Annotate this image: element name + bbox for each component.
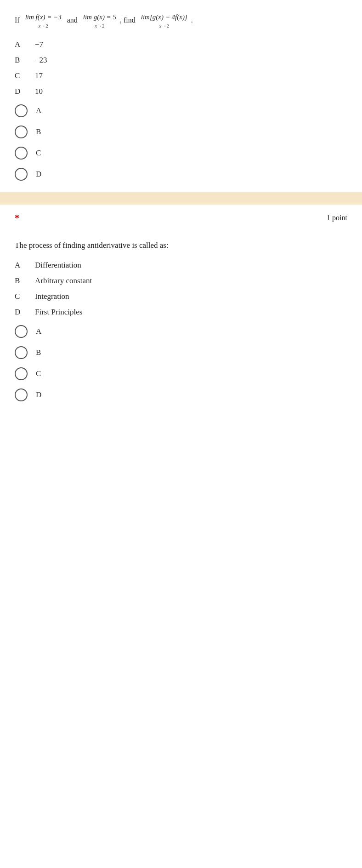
- radio-circle-1-d[interactable]: [15, 168, 28, 181]
- radio-label-1-d: D: [36, 170, 41, 179]
- radio-label-1-b: B: [36, 127, 41, 137]
- choice-2-value-d: First Principles: [35, 308, 82, 317]
- question-2-block: The process of finding antiderivative is…: [0, 228, 362, 401]
- choice-1-b: B −23: [15, 56, 347, 65]
- radio-option-1-a[interactable]: A: [15, 104, 347, 117]
- radio-circle-1-b[interactable]: [15, 126, 28, 138]
- radio-circle-2-c[interactable]: [15, 367, 28, 380]
- choice-2-letter-a: A: [15, 261, 35, 270]
- choice-2-d: D First Principles: [15, 308, 347, 317]
- radio-option-2-a[interactable]: A: [15, 325, 347, 338]
- radio-label-2-c: C: [36, 369, 41, 378]
- radio-option-1-b[interactable]: B: [15, 126, 347, 138]
- choice-2-value-a: Differentiation: [35, 261, 81, 270]
- radio-label-2-d: D: [36, 390, 41, 400]
- radio-label-1-a: A: [36, 106, 41, 115]
- choice-letter-a: A: [15, 40, 35, 49]
- section-divider: [0, 192, 362, 205]
- question-2-text: The process of finding antiderivative is…: [15, 239, 347, 251]
- choice-value-c: 17: [35, 71, 43, 80]
- radio-circle-1-c[interactable]: [15, 147, 28, 160]
- choice-value-b: −23: [35, 56, 47, 65]
- choice-2-letter-d: D: [15, 308, 35, 317]
- radio-circle-1-a[interactable]: [15, 104, 28, 117]
- radio-option-1-d[interactable]: D: [15, 168, 347, 181]
- choice-value-d: 10: [35, 87, 43, 96]
- choice-2-b: B Arbitrary constant: [15, 276, 347, 286]
- radio-label-1-c: C: [36, 148, 41, 158]
- radio-circle-2-d[interactable]: [15, 388, 28, 401]
- question-1-block: If lim f(x) = −3 x→2 and lim g(x) = 5 x→…: [0, 0, 362, 181]
- choice-1-d: D 10: [15, 87, 347, 96]
- question-2-meta: * 1 point: [0, 205, 362, 228]
- choice-2-c: C Integration: [15, 292, 347, 301]
- radio-label-2-a: A: [36, 327, 41, 336]
- radio-option-2-c[interactable]: C: [15, 367, 347, 380]
- question-1-text: If lim f(x) = −3 x→2 and lim g(x) = 5 x→…: [15, 11, 347, 31]
- radio-circle-2-b[interactable]: [15, 346, 28, 359]
- choice-letter-c: C: [15, 71, 35, 80]
- choice-letter-d: D: [15, 87, 35, 96]
- choice-1-a: A −7: [15, 40, 347, 49]
- question-1-radio-options: A B C D: [15, 104, 347, 181]
- question-2-choices: A Differentiation B Arbitrary constant C…: [15, 261, 347, 317]
- choice-2-letter-c: C: [15, 292, 35, 301]
- points-label: 1 point: [327, 214, 347, 222]
- radio-label-2-b: B: [36, 348, 41, 357]
- question-1-choices: A −7 B −23 C 17 D 10: [15, 40, 347, 96]
- choice-letter-b: B: [15, 56, 35, 65]
- radio-option-1-c[interactable]: C: [15, 147, 347, 160]
- radio-option-2-b[interactable]: B: [15, 346, 347, 359]
- choice-2-a: A Differentiation: [15, 261, 347, 270]
- radio-option-2-d[interactable]: D: [15, 388, 347, 401]
- choice-2-letter-b: B: [15, 276, 35, 286]
- choice-1-c: C 17: [15, 71, 347, 80]
- required-asterisk: *: [15, 213, 19, 223]
- choice-2-value-c: Integration: [35, 292, 69, 301]
- radio-circle-2-a[interactable]: [15, 325, 28, 338]
- choice-value-a: −7: [35, 40, 43, 49]
- choice-2-value-b: Arbitrary constant: [35, 276, 92, 286]
- question-2-radio-options: A B C D: [15, 325, 347, 401]
